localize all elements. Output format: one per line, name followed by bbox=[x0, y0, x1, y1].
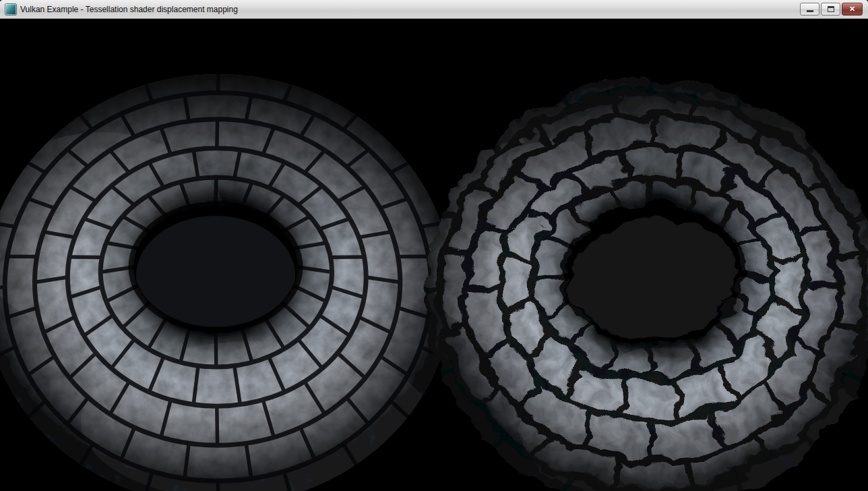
maximize-icon bbox=[828, 6, 834, 12]
scene-svg bbox=[0, 19, 868, 491]
torus-without-displacement bbox=[0, 74, 453, 491]
window-controls: ✕ bbox=[800, 3, 863, 16]
minimize-button[interactable] bbox=[800, 3, 819, 16]
title-bar[interactable]: Vulkan Example - Tessellation shader dis… bbox=[0, 0, 868, 19]
minimize-icon bbox=[807, 10, 813, 12]
render-viewport[interactable] bbox=[0, 19, 868, 491]
close-button[interactable]: ✕ bbox=[842, 3, 863, 16]
maximize-button[interactable] bbox=[821, 3, 840, 16]
close-icon: ✕ bbox=[849, 5, 855, 13]
app-window: Vulkan Example - Tessellation shader dis… bbox=[0, 0, 868, 491]
window-title: Vulkan Example - Tessellation shader dis… bbox=[20, 4, 238, 14]
torus-with-displacement bbox=[406, 77, 868, 491]
app-icon[interactable] bbox=[5, 4, 16, 15]
